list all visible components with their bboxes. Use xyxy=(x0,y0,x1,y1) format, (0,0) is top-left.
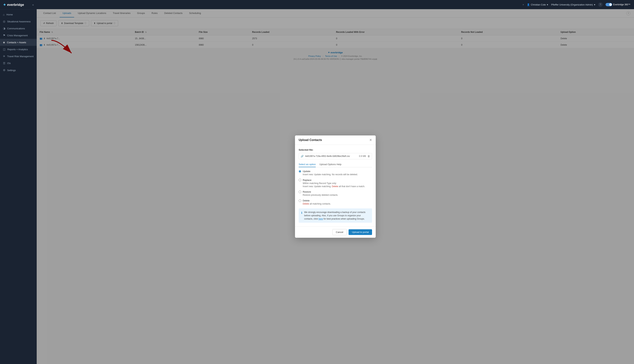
travel-risk-icon: ✈ xyxy=(3,54,5,58)
topbar-360-toggle[interactable]: Everbridge 360™ xyxy=(605,3,630,6)
sidebar-item-crisis-management[interactable]: ⚑ Crisis Management xyxy=(0,32,37,39)
crisis-management-icon: ⚑ xyxy=(3,34,5,37)
topbar: » 👤 Christian Cole ▾ Pfieffer University… xyxy=(37,0,634,9)
radio-update-desc: Insert new. Update matching. No records … xyxy=(303,173,372,176)
sidebar-item-travel-risk[interactable]: ✈ Travel Risk Management xyxy=(0,53,37,60)
modal-title: Upload Contacts xyxy=(299,138,322,142)
radio-group: Update Insert new. Update matching. No r… xyxy=(299,170,372,206)
communications-icon: ◑ xyxy=(3,27,5,30)
radio-update-label[interactable]: Update xyxy=(303,170,310,173)
home-icon: ⌂ xyxy=(3,13,5,16)
situational-awareness-icon: ◎ xyxy=(3,20,5,23)
main-content: » 👤 Christian Cole ▾ Pfieffer University… xyxy=(37,0,634,364)
toggle-knob xyxy=(609,3,612,6)
toggle-switch[interactable] xyxy=(605,3,612,6)
radio-restore-desc: Restore previously deleted contacts. xyxy=(303,194,372,197)
replace-delete-text: Delete xyxy=(332,185,338,188)
radio-restore-label[interactable]: Restore xyxy=(303,190,311,193)
org-dropdown-icon: ▾ xyxy=(594,3,595,6)
info-box: ℹ We strongly encourage downloading a ba… xyxy=(299,208,372,223)
sidebar-item-situational-awareness[interactable]: ◎ Situational Awareness xyxy=(0,18,37,25)
sidebar-nav: ⌂ Home ◎ Situational Awareness ◑ Communi… xyxy=(0,10,37,364)
sidebar-item-contacts-assets[interactable]: ◈ Contacts + Assets xyxy=(0,39,37,46)
option-tab-select[interactable]: Select an option xyxy=(299,162,316,167)
modal-backdrop: Upload Contacts ✕ Selected file: 🔗 4e819… xyxy=(37,9,634,364)
ita-icon: ☰ xyxy=(3,62,5,65)
sidebar-item-label: Contacts + Assets xyxy=(7,41,26,44)
sidebar-item-reports-analytics[interactable]: ◫ Reports + Analytics xyxy=(0,46,37,53)
sidebar-item-label: Reports + Analytics xyxy=(7,48,28,51)
user-icon: 👤 xyxy=(527,3,530,6)
selected-file-label: Selected file: xyxy=(299,148,372,151)
sidebar-item-label: Crisis Management xyxy=(7,34,28,37)
sidebar-item-label: Situational Awareness xyxy=(7,20,31,23)
file-delete-icon[interactable]: 🗑 xyxy=(368,155,370,158)
sidebar-collapse-button[interactable]: « xyxy=(32,3,34,6)
radio-item-delete: Delete Delete all matching contacts. xyxy=(299,199,372,206)
radio-replace[interactable] xyxy=(299,179,301,181)
info-icon: ℹ xyxy=(301,211,302,215)
options-tabs: Select an option Upload Options Help xyxy=(299,162,372,167)
user-dropdown-icon: ▾ xyxy=(547,3,548,6)
file-size-value: 0.9 MB xyxy=(359,155,366,158)
radio-item-restore: Restore Restore previously deleted conta… xyxy=(299,190,372,197)
modal-close-button[interactable]: ✕ xyxy=(369,138,372,142)
delete-red-text: Delete xyxy=(303,202,309,205)
sidebar-item-ita[interactable]: ☰ ITA xyxy=(0,60,37,67)
sidebar-item-label: ITA xyxy=(7,62,11,65)
topbar-org-name: Pfieffer University (Organization Admin) xyxy=(551,3,593,6)
topbar-help-button[interactable]: ? xyxy=(598,2,603,7)
sidebar-item-home[interactable]: ⌂ Home xyxy=(0,11,37,18)
logo-icon: ✦ xyxy=(3,2,6,7)
upload-to-portal-button[interactable]: Upload to portal xyxy=(349,229,372,235)
reports-analytics-icon: ◫ xyxy=(3,48,6,51)
sidebar: ✦ everbridge « ⌂ Home ◎ Situational Awar… xyxy=(0,0,37,364)
sidebar-item-label: Communications xyxy=(7,27,25,30)
info-here-link[interactable]: here xyxy=(319,218,323,220)
radio-delete-label[interactable]: Delete xyxy=(303,199,310,202)
radio-delete-desc: Delete all matching contacts. xyxy=(303,202,372,206)
radio-update[interactable] xyxy=(299,170,301,173)
app-logo: ✦ everbridge xyxy=(3,2,24,7)
radio-replace-label[interactable]: Replace xyxy=(303,179,311,182)
info-text-after: for best practices when uploading Groups… xyxy=(323,218,365,220)
topbar-user-name: Christian Cole xyxy=(531,3,546,6)
contacts-assets-icon: ◈ xyxy=(3,41,5,44)
file-row: 🔗 4e81997a-719a-4952-8e4b-0d928be1fbdf.c… xyxy=(299,153,372,159)
settings-icon: ⚙ xyxy=(3,68,5,72)
info-text: We strongly encourage downloading a back… xyxy=(304,210,370,220)
modal-body: Selected file: 🔗 4e81997a-719a-4952-8e4b… xyxy=(295,145,376,226)
radio-restore[interactable] xyxy=(299,190,301,193)
modal-footer: Cancel Upload to portal xyxy=(295,226,376,238)
file-link-icon: 🔗 xyxy=(301,155,303,158)
sidebar-item-communications[interactable]: ◑ Communications xyxy=(0,25,37,32)
sidebar-item-label: Travel Risk Management xyxy=(7,55,34,58)
file-name-value: 4e81997a-719a-4952-8e4b-0d928be1fbdf.csv xyxy=(305,155,358,158)
topbar-user-menu[interactable]: 👤 Christian Cole ▾ xyxy=(527,3,548,6)
cancel-button[interactable]: Cancel xyxy=(333,229,347,235)
radio-item-replace: Replace Within matching Record Type only… xyxy=(299,179,372,188)
sidebar-item-label: Settings xyxy=(7,69,16,72)
content-area: Contact List Uploads Upload Dynamic Loca… xyxy=(37,9,634,364)
radio-delete[interactable] xyxy=(299,200,301,202)
sidebar-item-settings[interactable]: ⚙ Settings xyxy=(0,67,37,74)
toggle-label: Everbridge 360™ xyxy=(613,3,630,6)
modal-header: Upload Contacts ✕ xyxy=(295,136,376,145)
help-icon: ? xyxy=(600,3,601,6)
sidebar-logo-area: ✦ everbridge « xyxy=(0,0,37,10)
radio-item-update: Update Insert new. Update matching. No r… xyxy=(299,170,372,176)
topbar-org-menu[interactable]: Pfieffer University (Organization Admin)… xyxy=(551,3,595,6)
radio-replace-desc: Within matching Record Type only: Insert… xyxy=(303,182,372,188)
logo-label: everbridge xyxy=(7,3,24,7)
option-tab-help[interactable]: Upload Options Help xyxy=(320,162,342,167)
upload-contacts-modal: Upload Contacts ✕ Selected file: 🔗 4e819… xyxy=(295,136,376,238)
topbar-expand-icon[interactable]: » xyxy=(523,3,524,6)
sidebar-item-label: Home xyxy=(7,13,13,16)
